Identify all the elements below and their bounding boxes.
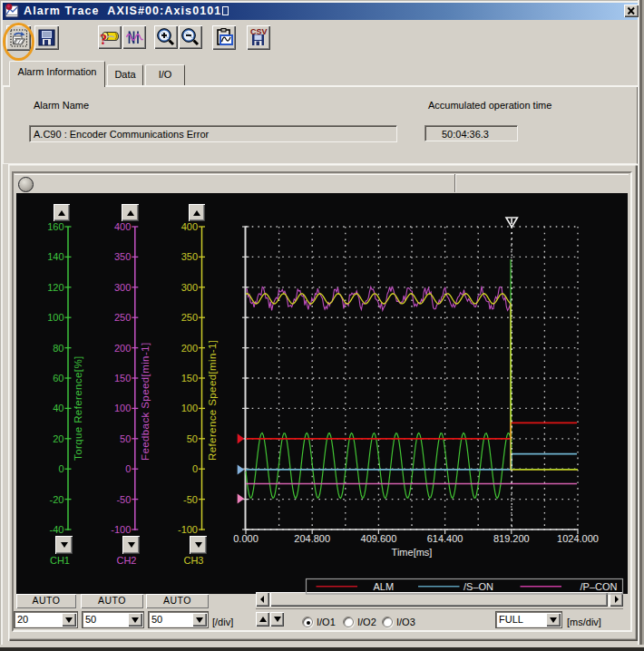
svg-text:0.000: 0.000 [233, 533, 259, 544]
svg-text:160: 160 [47, 221, 63, 232]
svg-text:200: 200 [114, 343, 131, 354]
svg-text:60: 60 [53, 373, 63, 384]
svg-text:100: 100 [47, 312, 63, 323]
svg-text:CH1: CH1 [50, 555, 70, 566]
svg-text:350: 350 [114, 251, 131, 262]
svg-text:150: 150 [114, 373, 131, 384]
svg-text:409.600: 409.600 [361, 533, 397, 544]
svg-text:140: 140 [47, 251, 63, 262]
svg-text:250: 250 [181, 312, 198, 323]
svg-text:CH3: CH3 [183, 555, 203, 566]
svg-text:Torque Reference[%]: Torque Reference[%] [73, 355, 83, 461]
svg-text:819.200: 819.200 [493, 533, 530, 544]
svg-text:-100: -100 [178, 524, 198, 535]
svg-text:204.800: 204.800 [294, 533, 330, 544]
svg-text:CH2: CH2 [116, 555, 136, 566]
svg-text:100: 100 [114, 403, 131, 413]
svg-text:250: 250 [114, 312, 131, 323]
svg-text:100: 100 [181, 403, 198, 413]
svg-text:-40: -40 [50, 524, 64, 535]
svg-text:Reference Speed[min-1]: Reference Speed[min-1] [207, 340, 218, 461]
svg-text:-100: -100 [111, 524, 131, 535]
svg-text:150: 150 [181, 373, 198, 384]
svg-text:80: 80 [53, 343, 63, 354]
svg-text:350: 350 [181, 251, 198, 262]
svg-text:300: 300 [181, 282, 198, 293]
svg-text:/P–CON: /P–CON [581, 581, 618, 592]
svg-text:Feedback Speed[min-1]: Feedback Speed[min-1] [140, 343, 151, 462]
svg-text:0: 0 [192, 463, 198, 474]
svg-text:/S–ON: /S–ON [463, 581, 493, 592]
svg-text:400: 400 [114, 221, 131, 232]
svg-text:-20: -20 [50, 494, 64, 505]
svg-text:ALM: ALM [374, 581, 395, 592]
svg-text:300: 300 [114, 282, 131, 293]
svg-text:50: 50 [187, 433, 198, 444]
svg-text:40: 40 [53, 403, 63, 413]
svg-text:614.400: 614.400 [427, 533, 463, 544]
svg-text:-50: -50 [183, 494, 198, 505]
svg-text:1024.000: 1024.000 [557, 533, 599, 544]
svg-text:200: 200 [181, 343, 198, 354]
svg-text:120: 120 [47, 282, 63, 293]
svg-text:0: 0 [58, 463, 63, 474]
svg-text:20: 20 [53, 433, 63, 444]
svg-text:-50: -50 [116, 494, 131, 505]
svg-text:400: 400 [181, 221, 198, 232]
svg-text:50: 50 [120, 433, 131, 444]
svg-text:0: 0 [125, 463, 131, 474]
svg-text:Time[ms]: Time[ms] [392, 547, 433, 558]
